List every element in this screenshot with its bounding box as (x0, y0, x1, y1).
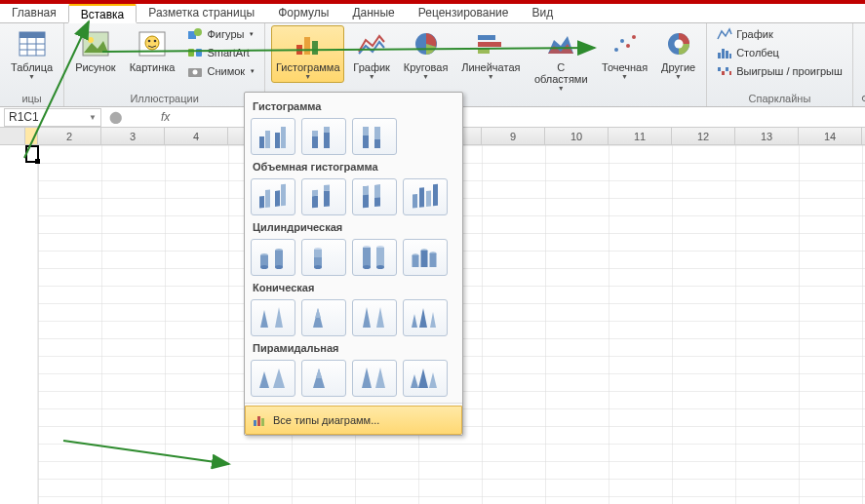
group-sparklines-label: Спарклайны (749, 91, 811, 106)
col-header[interactable]: 9 (482, 128, 545, 144)
svg-rect-54 (363, 127, 369, 136)
group-tables-label: ицы (21, 91, 41, 106)
bar-chart-button[interactable]: Линейчатая ▼ (456, 25, 525, 83)
group-sparklines: График Столбец Выигрыш / проигрыш Спаркл… (706, 23, 853, 106)
shapes-button[interactable]: Фигуры▾ (183, 25, 258, 43)
svg-rect-92 (421, 251, 428, 267)
tab-data[interactable]: Данные (340, 4, 406, 22)
svg-rect-56 (374, 127, 380, 139)
chart-type-clustered-column[interactable] (251, 118, 295, 155)
sparkline-winloss-button[interactable]: Выигрыш / проигрыш (713, 62, 846, 80)
col-header[interactable]: 14 (799, 128, 862, 144)
chart-type-cylinder-100-stacked[interactable] (352, 239, 397, 276)
screenshot-button[interactable]: Снимок▾ (183, 62, 258, 80)
chart-type-pyramid-stacked[interactable] (301, 360, 346, 397)
sparkline-line-button[interactable]: График (713, 25, 846, 43)
area-chart-button[interactable]: С областями ▼ (529, 25, 593, 95)
picture-button[interactable]: Рисунок (70, 25, 121, 76)
col-header[interactable]: 10 (545, 128, 609, 144)
chart-type-3d-stacked-column[interactable] (301, 178, 346, 215)
screenshot-label: Снимок (207, 65, 245, 77)
chart-type-cylinder-clustered[interactable] (251, 239, 295, 276)
chevron-down-icon: ▼ (488, 73, 494, 80)
select-all-corner[interactable] (0, 128, 25, 144)
chart-type-3d-clustered-column[interactable] (251, 178, 295, 215)
col-header[interactable]: 11 (609, 128, 672, 144)
histogram-button[interactable]: Гистограмма ▼ (271, 25, 344, 83)
svg-rect-97 (261, 418, 264, 426)
svg-rect-18 (296, 45, 302, 55)
svg-rect-49 (312, 136, 318, 148)
all-chart-types-button[interactable]: Все типы диаграмм... (245, 406, 462, 435)
svg-rect-62 (312, 190, 318, 197)
svg-rect-1 (20, 32, 45, 38)
fx-icon[interactable]: fx (161, 110, 170, 124)
chart-type-3d-100-stacked-column[interactable] (352, 178, 397, 215)
chart-type-cone-3d[interactable] (403, 299, 448, 336)
tab-home[interactable]: Главная (0, 4, 68, 22)
svg-rect-48 (281, 127, 286, 148)
picture-icon (80, 28, 111, 59)
smartart-button[interactable]: SmartArt (183, 44, 258, 61)
pie-chart-button[interactable]: Круговая ▼ (399, 25, 452, 83)
chart-type-pyramid-100-stacked[interactable] (352, 360, 397, 397)
active-cell[interactable] (25, 145, 39, 163)
table-button[interactable]: Таблица ▼ (6, 25, 58, 83)
col-header[interactable]: 2 (38, 128, 101, 144)
name-box[interactable]: R1C1 ▼ (4, 108, 101, 127)
tab-review[interactable]: Рецензирование (407, 4, 521, 22)
group-filter: Срез Фильтр (853, 23, 865, 106)
other-charts-label: Другие (661, 61, 695, 73)
svg-rect-38 (729, 71, 731, 75)
other-charts-button[interactable]: Другие ▼ (656, 25, 700, 83)
chevron-down-icon: ▼ (675, 73, 682, 80)
clipart-button[interactable]: Картинка (125, 25, 180, 76)
ribbon-tabs: Главная Вставка Разметка страницы Формул… (0, 4, 865, 23)
chart-type-cone-clustered[interactable] (251, 299, 295, 336)
svg-rect-90 (413, 255, 419, 267)
svg-rect-35 (718, 67, 721, 71)
chart-type-cone-100-stacked[interactable] (352, 299, 397, 336)
chart-type-100-stacked-column[interactable] (352, 118, 397, 155)
chevron-down-icon: ▼ (28, 73, 35, 80)
chart-type-stacked-column[interactable] (301, 118, 346, 155)
tab-formulas[interactable]: Формулы (266, 4, 340, 22)
tab-view[interactable]: Вид (520, 4, 565, 22)
chart-type-pyramid-3d[interactable] (403, 360, 448, 397)
col-header[interactable]: 4 (165, 128, 228, 144)
svg-rect-66 (363, 186, 369, 196)
col-header[interactable] (25, 128, 38, 144)
line-chart-button[interactable]: График ▼ (348, 25, 394, 83)
smartart-label: SmartArt (207, 47, 249, 58)
bar-chart-icon (475, 28, 506, 59)
sparkline-column-label: Столбец (736, 47, 779, 58)
tab-page-layout[interactable]: Разметка страницы (137, 4, 266, 22)
slicer-button[interactable]: Срез (859, 25, 865, 76)
scatter-chart-button[interactable]: Точечная ▼ (597, 25, 652, 83)
svg-point-10 (148, 40, 151, 43)
svg-point-27 (626, 44, 630, 48)
group-filter-label: Фильтр (861, 91, 865, 106)
svg-point-26 (620, 39, 624, 43)
sparkline-column-button[interactable]: Столбец (713, 44, 846, 61)
svg-point-85 (363, 265, 371, 269)
col-header[interactable]: 13 (735, 128, 799, 144)
chart-type-3d-column[interactable] (403, 178, 448, 215)
svg-rect-23 (478, 42, 501, 47)
col-header[interactable]: 3 (101, 128, 165, 144)
area-chart-icon (545, 28, 576, 59)
chart-type-cylinder-stacked[interactable] (301, 239, 346, 276)
chart-type-pyramid-clustered[interactable] (251, 360, 295, 397)
chevron-down-icon: ▼ (369, 73, 375, 80)
col-header[interactable]: 12 (672, 128, 735, 144)
chart-type-cylinder-3d[interactable] (403, 239, 448, 276)
area-chart-label: С областями (533, 61, 588, 85)
tab-insert[interactable]: Вставка (68, 4, 138, 23)
picture-label: Рисунок (75, 61, 116, 73)
chart-type-cone-stacked[interactable] (301, 299, 346, 336)
svg-point-88 (376, 265, 384, 269)
group-charts-label (485, 95, 488, 110)
clipart-label: Картинка (130, 61, 176, 73)
svg-rect-58 (265, 189, 270, 208)
scatter-chart-icon (609, 28, 641, 59)
